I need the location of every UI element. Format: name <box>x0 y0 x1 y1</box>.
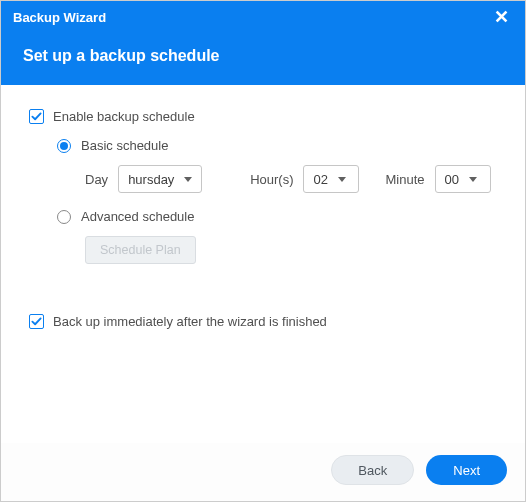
backup-immediately-row: Back up immediately after the wizard is … <box>29 314 497 329</box>
hours-select-value: 02 <box>313 172 327 187</box>
basic-schedule-label: Basic schedule <box>81 138 168 153</box>
minute-label: Minute <box>385 172 424 187</box>
schedule-plan-button: Schedule Plan <box>85 236 196 264</box>
titlebar: Backup Wizard ✕ <box>1 1 525 33</box>
enable-schedule-label: Enable backup schedule <box>53 109 195 124</box>
minute-select[interactable]: 00 <box>435 165 491 193</box>
wizard-content: Enable backup schedule Basic schedule Da… <box>1 85 525 443</box>
enable-schedule-checkbox[interactable] <box>29 109 44 124</box>
enable-schedule-row: Enable backup schedule <box>29 109 497 124</box>
check-icon <box>31 111 42 122</box>
hours-select[interactable]: 02 <box>303 165 359 193</box>
advanced-schedule-controls: Schedule Plan <box>85 236 497 264</box>
advanced-schedule-label: Advanced schedule <box>81 209 194 224</box>
backup-wizard-window: Backup Wizard ✕ Set up a backup schedule… <box>0 0 526 502</box>
chevron-down-icon <box>469 177 477 182</box>
basic-schedule-controls: Day hursday Hour(s) 02 Minute 00 <box>85 165 497 193</box>
advanced-schedule-row: Advanced schedule <box>57 209 497 224</box>
schedule-options: Basic schedule Day hursday Hour(s) 02 Mi… <box>57 138 497 264</box>
backup-immediately-checkbox[interactable] <box>29 314 44 329</box>
basic-schedule-radio[interactable] <box>57 139 71 153</box>
day-select-value: hursday <box>128 172 174 187</box>
day-select[interactable]: hursday <box>118 165 202 193</box>
basic-schedule-row: Basic schedule <box>57 138 497 153</box>
wizard-footer: Back Next <box>1 443 525 501</box>
chevron-down-icon <box>338 177 346 182</box>
backup-immediately-label: Back up immediately after the wizard is … <box>53 314 327 329</box>
page-header: Set up a backup schedule <box>1 33 525 85</box>
next-button[interactable]: Next <box>426 455 507 485</box>
minute-select-value: 00 <box>445 172 459 187</box>
back-button[interactable]: Back <box>331 455 414 485</box>
advanced-schedule-radio[interactable] <box>57 210 71 224</box>
window-title: Backup Wizard <box>13 10 106 25</box>
hours-label: Hour(s) <box>250 172 293 187</box>
check-icon <box>31 316 42 327</box>
day-label: Day <box>85 172 108 187</box>
close-icon[interactable]: ✕ <box>490 6 513 28</box>
chevron-down-icon <box>184 177 192 182</box>
page-title: Set up a backup schedule <box>23 47 220 64</box>
